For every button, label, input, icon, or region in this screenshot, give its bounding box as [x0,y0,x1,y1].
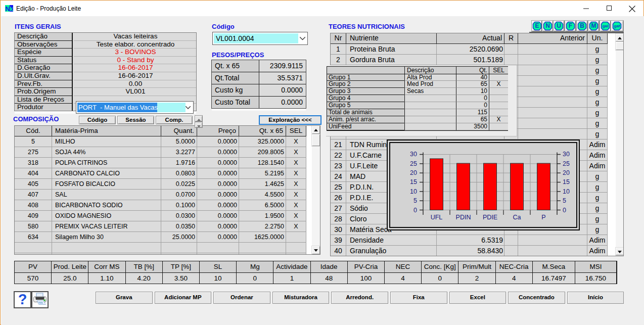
svg-text:25: 25 [410,160,417,167]
svg-text:gal: gal [603,24,609,28]
svg-text:30: 30 [410,151,417,158]
svg-text:10: 10 [410,188,417,195]
svg-text:15: 15 [410,178,417,185]
svg-text:UFL: UFL [431,214,443,221]
svg-text:M: M [591,22,596,29]
svg-text:U: U [557,22,561,29]
svg-text:5: 5 [413,197,417,204]
svg-text:PDIE: PDIE [483,214,497,221]
svg-text:20: 20 [563,169,570,176]
svg-text:15: 15 [563,178,570,185]
svg-text:5: 5 [563,197,566,204]
svg-text:25: 25 [563,160,570,167]
svg-text:20: 20 [410,169,417,176]
svg-text:F: F [569,22,572,29]
svg-text:10: 10 [563,188,570,195]
svg-text:gaf: gaf [614,24,620,28]
svg-text:PDIN: PDIN [456,214,471,221]
svg-text:N: N [545,22,550,29]
svg-text:k: k [10,5,14,12]
svg-text:B: B [580,22,584,29]
svg-text:Ca: Ca [513,214,521,221]
svg-text:30: 30 [563,151,570,158]
svg-text:0: 0 [563,207,566,214]
svg-text:E: E [535,22,539,29]
svg-text:P: P [541,214,545,221]
svg-text:0: 0 [413,207,417,214]
